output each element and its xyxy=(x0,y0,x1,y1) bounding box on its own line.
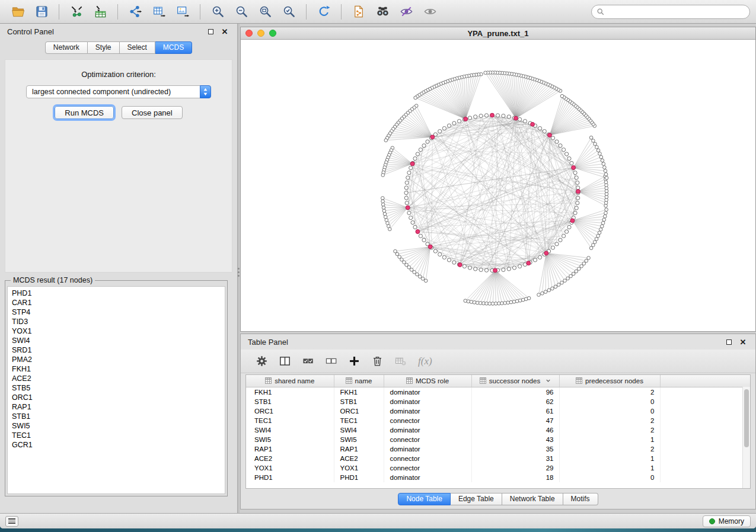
import-network-button[interactable] xyxy=(66,3,87,21)
network-node[interactable] xyxy=(576,186,580,190)
network-node[interactable] xyxy=(438,130,442,133)
mcds-result-item[interactable]: SWI5 xyxy=(12,421,225,431)
network-node[interactable] xyxy=(438,252,442,256)
cell-predecessor-nodes[interactable]: 1 xyxy=(559,435,660,444)
network-node[interactable] xyxy=(484,268,488,272)
network-node[interactable] xyxy=(559,238,562,242)
tab-node-table[interactable]: Node Table xyxy=(398,493,451,505)
network-leaf-node[interactable] xyxy=(410,268,413,272)
mcds-result-item[interactable]: FKH1 xyxy=(12,364,225,374)
panel-menu-button[interactable] xyxy=(5,516,18,527)
network-node[interactable] xyxy=(407,211,411,214)
network-node[interactable] xyxy=(479,114,483,118)
zoom-out-button[interactable] xyxy=(231,3,251,21)
network-leaf-node[interactable] xyxy=(593,241,596,244)
cell-MCDS-role[interactable]: dominator xyxy=(384,387,471,397)
network-node[interactable] xyxy=(413,157,417,161)
tab-style[interactable]: Style xyxy=(88,41,120,54)
tab-mcds[interactable]: MCDS xyxy=(155,41,192,54)
network-leaf-node[interactable] xyxy=(605,177,608,180)
network-leaf-node[interactable] xyxy=(598,152,602,156)
network-node[interactable] xyxy=(419,148,422,152)
cell-predecessor-nodes[interactable]: 0 xyxy=(559,473,660,482)
network-leaf-node[interactable] xyxy=(596,234,600,238)
cell-name[interactable]: SWI4 xyxy=(334,425,384,435)
network-node[interactable] xyxy=(567,225,571,229)
mcds-result-item[interactable]: SRD1 xyxy=(12,345,225,355)
network-leaf-node[interactable] xyxy=(595,238,598,241)
zoom-fit-button[interactable] xyxy=(255,3,275,21)
birdseye-button[interactable] xyxy=(420,3,440,21)
network-node[interactable] xyxy=(562,234,566,238)
network-leaf-node[interactable] xyxy=(582,262,586,265)
cell-shared-name[interactable]: FKH1 xyxy=(246,387,334,397)
network-node[interactable] xyxy=(416,152,419,156)
network-leaf-node[interactable] xyxy=(599,155,603,159)
cell-predecessor-nodes[interactable]: 0 xyxy=(559,406,660,416)
network-leaf-node[interactable] xyxy=(484,71,487,75)
cell-name[interactable]: ACE2 xyxy=(334,454,384,463)
network-leaf-node[interactable] xyxy=(384,139,388,142)
close-table-panel-button[interactable]: ✕ xyxy=(738,337,748,347)
criterion-select[interactable]: largest connected component (undirected) xyxy=(26,85,211,98)
network-leaf-node[interactable] xyxy=(473,301,476,305)
cell-successor-nodes[interactable]: 35 xyxy=(471,444,559,454)
window-zoom-button[interactable] xyxy=(269,30,276,37)
network-node[interactable] xyxy=(570,161,573,165)
network-node[interactable] xyxy=(406,176,410,180)
network-node[interactable] xyxy=(533,258,537,262)
network-hub-node[interactable] xyxy=(430,135,435,139)
window-close-button[interactable] xyxy=(245,30,253,37)
network-node[interactable] xyxy=(442,255,446,259)
cell-successor-nodes[interactable]: 31 xyxy=(471,454,559,463)
network-leaf-node[interactable] xyxy=(594,142,597,146)
cell-name[interactable]: PHD1 xyxy=(334,473,384,482)
network-leaf-node[interactable] xyxy=(560,94,564,98)
network-leaf-node[interactable] xyxy=(592,139,595,143)
network-node[interactable] xyxy=(551,136,554,140)
table-row[interactable]: SWI4SWI4dominator462 xyxy=(246,425,750,435)
network-leaf-node[interactable] xyxy=(537,293,541,297)
tab-network-table[interactable]: Network Table xyxy=(502,493,563,505)
cell-shared-name[interactable]: PHD1 xyxy=(246,473,334,482)
network-leaf-node[interactable] xyxy=(575,270,578,273)
network-hub-node[interactable] xyxy=(464,117,468,121)
network-hub-node[interactable] xyxy=(458,263,462,267)
network-canvas[interactable] xyxy=(241,40,755,331)
cell-predecessor-nodes[interactable]: 2 xyxy=(559,444,660,454)
mcds-result-item[interactable]: ACE2 xyxy=(12,374,225,383)
network-node[interactable] xyxy=(452,121,456,125)
network-hub-node[interactable] xyxy=(531,122,535,126)
network-hub-node[interactable] xyxy=(527,261,531,265)
column-header-MCDS-role[interactable]: MCDS role xyxy=(384,375,471,387)
cell-predecessor-nodes[interactable]: 1 xyxy=(559,454,660,463)
network-hub-node[interactable] xyxy=(572,166,576,170)
network-node[interactable] xyxy=(407,171,411,175)
tab-network[interactable]: Network xyxy=(45,41,88,54)
network-leaf-node[interactable] xyxy=(381,174,385,177)
cell-successor-nodes[interactable]: 61 xyxy=(471,406,559,416)
network-node[interactable] xyxy=(512,266,516,270)
network-leaf-node[interactable] xyxy=(388,227,392,231)
mcds-result-item[interactable]: YOX1 xyxy=(12,326,225,336)
network-leaf-node[interactable] xyxy=(578,267,581,271)
network-leaf-node[interactable] xyxy=(587,257,591,260)
network-node[interactable] xyxy=(411,221,414,225)
network-node[interactable] xyxy=(573,171,577,175)
cell-name[interactable]: FKH1 xyxy=(334,387,384,397)
refresh-button[interactable] xyxy=(314,3,334,21)
cell-name[interactable]: STB1 xyxy=(334,397,384,406)
cell-MCDS-role[interactable]: dominator xyxy=(384,397,471,406)
network-leaf-node[interactable] xyxy=(602,162,605,166)
open-folder-button[interactable] xyxy=(8,3,28,21)
table-row[interactable]: TEC1TEC1connector472 xyxy=(246,416,750,425)
cell-name[interactable]: ORC1 xyxy=(334,406,384,416)
network-node[interactable] xyxy=(565,152,569,156)
network-leaf-node[interactable] xyxy=(601,222,605,225)
network-leaf-node[interactable] xyxy=(563,279,567,283)
network-node[interactable] xyxy=(419,234,422,238)
network-node[interactable] xyxy=(538,127,542,130)
zoom-in-button[interactable] xyxy=(208,3,228,21)
cell-MCDS-role[interactable]: connector xyxy=(384,463,471,473)
network-node[interactable] xyxy=(413,225,417,229)
